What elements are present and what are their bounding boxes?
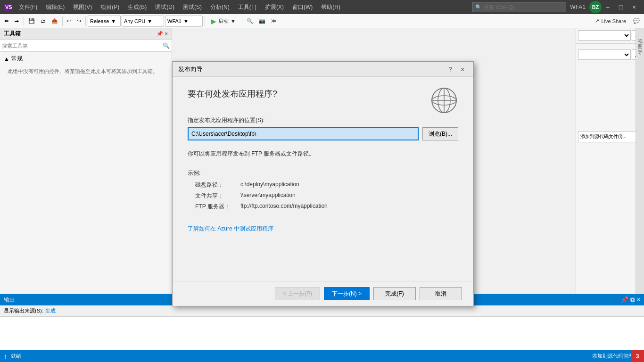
dialog-footer: < 上一步(P) 下一步(N) > 完成(F) 取消 — [173, 281, 473, 306]
dropdown-arrow-icon-2: ▼ — [147, 18, 152, 24]
status-arrow-icon: ↑ — [4, 353, 7, 360]
example-row-0: 磁盘路径： c:\deploy\myapplication — [188, 181, 458, 189]
menu-tools[interactable]: 工具(T) — [234, 2, 260, 12]
cpu-config-dropdown[interactable]: Any CPU ▼ — [122, 16, 164, 27]
dialog-location-label: 指定发布此应用程序的位置(S): — [188, 116, 458, 124]
cpu-config-label: Any CPU — [124, 18, 145, 24]
dialog-cancel-button[interactable]: 取消 — [420, 287, 462, 300]
property-dropdown-row-1: … — [578, 30, 642, 41]
main-toolbar: ⬅ ⮕ 💾 🗂 📤 ↩ ↪ Release ▼ Any CPU ▼ WFA1 ▼… — [0, 14, 644, 28]
search-icon: 🔍 — [475, 4, 482, 10]
dialog-body: 要在何处发布应用程序? 指定发布此应用程序的位置(S): 浏览(B)... 你可… — [173, 77, 473, 281]
menu-debug[interactable]: 调试(D) — [151, 2, 178, 12]
output-pin-icon[interactable]: 📌 — [621, 296, 628, 304]
project-name-label: WFA1 — [570, 4, 586, 10]
toolbox-search-icon: 🔍 — [163, 42, 170, 49]
close-window-button[interactable]: × — [628, 1, 640, 13]
example-value-0: c:\deploy\myapplication — [240, 181, 299, 189]
back-button[interactable]: ⬅ — [2, 16, 11, 27]
forward-button[interactable]: ⮕ — [12, 16, 22, 27]
properties-row-2: … — [576, 48, 644, 63]
dialog-back-button[interactable]: < 上一步(P) — [275, 287, 320, 300]
run-dropdown-arrow: ▼ — [231, 18, 236, 24]
title-search-input[interactable] — [484, 4, 559, 10]
window-controls: − □ × — [602, 1, 640, 13]
menu-window[interactable]: 窗口(W) — [289, 2, 316, 12]
add-source-file-button[interactable]: 添加到源代码文件(I)... — [578, 131, 642, 142]
section-collapse-icon: ▲ — [4, 56, 9, 62]
undo-button[interactable]: ↩ — [65, 16, 74, 27]
vs-logo-icon: VS — [4, 3, 12, 11]
menu-view[interactable]: 视图(V) — [69, 2, 96, 12]
output-source-value: 生成 — [45, 307, 56, 314]
live-share-button[interactable]: ↗ Live Share — [591, 16, 630, 27]
minimize-button[interactable]: − — [602, 1, 614, 13]
toolbox-pin-icon[interactable]: 📌 — [157, 31, 163, 37]
toolbox-search-box[interactable]: 🔍 — [0, 40, 172, 52]
save-all-button[interactable]: 🗂 — [38, 16, 48, 27]
publish-button[interactable]: 📤 — [49, 16, 60, 27]
example-label-2: FTP 服务器： — [195, 203, 233, 211]
menu-bar: 文件(F) 编辑(E) 视图(V) 项目(P) 生成(B) 调试(D) 测试(S… — [15, 2, 472, 12]
property-dropdown-row-2: … — [578, 49, 642, 60]
azure-link[interactable]: 了解如何在 Azure 中测试应用程序 — [188, 225, 458, 233]
output-source-row: 显示输出来源(S): 生成 — [0, 305, 644, 317]
toolbar-sep-3 — [85, 16, 86, 26]
more-toolbar-button[interactable]: ≫ — [269, 16, 279, 27]
menu-file[interactable]: 文件(F) — [15, 2, 41, 12]
menu-help[interactable]: 帮助(H) — [317, 2, 344, 12]
main-area: 工具箱 📌 × 🔍 ▲ 常规 此组中没有可用的控件。将某项拖至此文本可将其添加到… — [0, 28, 644, 362]
dropdown-arrow-icon-3: ▼ — [183, 18, 189, 24]
output-close-icon[interactable]: × — [636, 296, 640, 304]
toolbar-sep-4 — [205, 16, 205, 26]
section-label: 常规 — [11, 55, 23, 63]
toolbox-header-actions: 📌 × — [157, 31, 168, 37]
redo-button[interactable]: ↪ — [74, 16, 83, 27]
example-row-2: FTP 服务器： ftp://ftp.contoso.com/myapplica… — [188, 203, 458, 211]
menu-build[interactable]: 生成(B) — [124, 2, 150, 12]
error-count-badge[interactable]: 3 — [631, 350, 644, 362]
svg-text:VS: VS — [5, 4, 12, 10]
toolbox-close-icon[interactable]: × — [165, 31, 168, 37]
dialog-next-button[interactable]: 下一步(N) > — [324, 287, 370, 300]
save-button[interactable]: 💾 — [26, 16, 37, 27]
build-config-label: Release — [90, 18, 109, 24]
property-select-1[interactable] — [578, 30, 631, 41]
project-dropdown[interactable]: WFA1 ▼ — [165, 16, 203, 27]
feedback-button[interactable]: 💬 — [631, 16, 642, 27]
example-label-0: 磁盘路径： — [195, 181, 233, 189]
menu-extensions[interactable]: 扩展(X) — [261, 2, 288, 12]
screenshot-button[interactable]: 📷 — [256, 16, 268, 27]
menu-test[interactable]: 测试(S) — [179, 2, 206, 12]
dialog-location-input[interactable] — [188, 127, 419, 140]
dialog-finish-button[interactable]: 完成(F) — [373, 287, 416, 300]
title-search-box[interactable]: 🔍 — [472, 2, 566, 12]
search-toolbar-button[interactable]: 🔍 — [244, 16, 256, 27]
dialog-examples-section: 示例: 磁盘路径： c:\deploy\myapplication 文件共享： … — [188, 169, 458, 214]
toolbox-section-header[interactable]: ▲ 常规 — [0, 54, 172, 64]
status-bar: ↑ 就绪 添加到源代码管理 → 3 — [0, 350, 644, 362]
property-select-2[interactable] — [578, 49, 631, 60]
side-tab-1[interactable]: 视 — [637, 33, 644, 37]
user-avatar[interactable]: BZ — [589, 1, 602, 13]
dialog-help-button[interactable]: ? — [445, 64, 455, 74]
properties-row-1: … — [576, 28, 644, 44]
run-label: 启动 — [218, 17, 229, 25]
side-tab-3[interactable]: 导 — [637, 44, 644, 48]
play-icon: ▶ — [211, 17, 216, 25]
maximize-button[interactable]: □ — [615, 1, 627, 13]
dialog-close-button[interactable]: × — [457, 64, 468, 74]
output-header-actions: 📌 ⧉ × — [621, 296, 640, 304]
build-config-dropdown[interactable]: Release ▼ — [88, 16, 121, 27]
menu-analyze[interactable]: 分析(N) — [206, 2, 233, 12]
toolbox-search-input[interactable] — [2, 43, 163, 49]
run-button[interactable]: ▶ 启动 ▼ — [207, 16, 240, 27]
globe-icon — [430, 86, 458, 115]
output-float-icon[interactable]: ⧉ — [630, 296, 635, 304]
dialog-browse-button[interactable]: 浏览(B)... — [422, 127, 458, 140]
dialog-info-text: 你可以将应用程序发布到 FTP 服务器或文件路径。 — [188, 150, 458, 158]
dialog-location-section: 指定发布此应用程序的位置(S): 浏览(B)... — [188, 116, 458, 140]
menu-edit[interactable]: 编辑(E) — [42, 2, 68, 12]
side-tab-2[interactable]: 图 — [637, 39, 644, 42]
menu-project[interactable]: 项目(P) — [97, 2, 123, 12]
